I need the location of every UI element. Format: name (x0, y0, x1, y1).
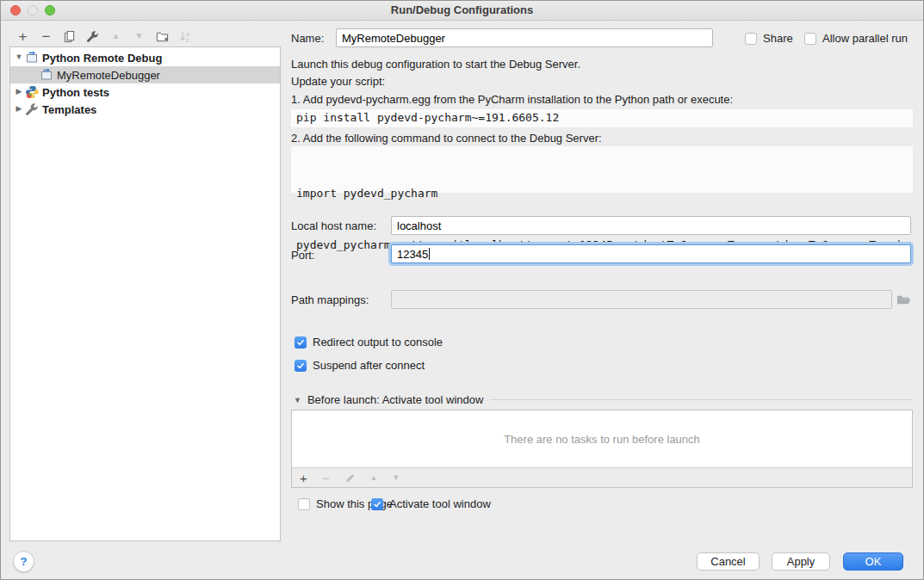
local-host-label: Local host name: (291, 219, 376, 232)
add-configuration-button[interactable]: + (11, 27, 34, 46)
before-launch-title: Before launch: Activate tool window (307, 393, 484, 406)
templates-wrench-icon (25, 102, 39, 116)
allow-parallel-run-label: Allow parallel run (822, 32, 908, 45)
copy-icon (63, 30, 76, 43)
tree-item-python-tests[interactable]: ▶ Python tests (10, 83, 280, 101)
apply-button[interactable]: Apply (772, 552, 830, 571)
tree-item-templates[interactable]: ▶ Templates (10, 101, 280, 118)
help-button[interactable]: ? (13, 551, 34, 572)
tree-item-python-remote-debug[interactable]: ▼ Python Remote Debug (10, 49, 280, 66)
move-up-button[interactable]: ▲ (104, 27, 127, 46)
name-input[interactable] (336, 28, 713, 47)
sort-alphabetically-icon: az (179, 30, 192, 43)
local-host-input[interactable] (391, 216, 911, 235)
remove-configuration-button[interactable]: − (34, 27, 58, 46)
step1-text: 1. Add pydevd-pycharm.egg from the PyCha… (291, 93, 733, 106)
redirect-output-label: Redirect output to console (313, 336, 443, 349)
chevron-down-icon[interactable]: ▼ (14, 53, 24, 61)
activate-tool-window-checkbox[interactable]: Activate tool window (371, 497, 491, 510)
section-divider (490, 399, 913, 400)
tree-item-label: Templates (42, 103, 96, 116)
code-line-1: import pydevd_pycharm (296, 185, 908, 202)
copy-configuration-button[interactable] (58, 27, 81, 46)
name-label: Name: (291, 32, 324, 45)
checkbox-unchecked-icon[interactable] (745, 33, 757, 45)
checkbox-checked-icon[interactable] (295, 360, 307, 372)
remote-debug-icon (40, 68, 53, 82)
pip-command-code: pip install pydevd-pycharm~=191.6605.12 (291, 109, 913, 127)
window-title: Run/Debug Configurations (1, 3, 923, 16)
add-icon: + (19, 29, 28, 44)
svg-text:z: z (186, 36, 189, 42)
redirect-output-checkbox[interactable]: Redirect output to console (295, 336, 443, 349)
tree-item-label: MyRemoteDebugger (57, 69, 160, 82)
remove-icon: − (42, 29, 51, 44)
checkbox-unchecked-icon[interactable] (804, 33, 816, 45)
update-script-text: Update your script: (291, 75, 385, 88)
text-caret (429, 248, 430, 260)
chevron-down-icon[interactable]: ▼ (294, 396, 301, 404)
move-down-button[interactable]: ▼ (127, 27, 151, 46)
tree-item-myremotedebugger[interactable]: MyRemoteDebugger (10, 66, 280, 83)
add-task-button[interactable]: + (300, 472, 307, 484)
new-folder-button[interactable] (151, 27, 174, 46)
tree-item-label: Python Remote Debug (42, 52, 162, 65)
path-mappings-input[interactable] (391, 290, 892, 309)
chevron-right-icon[interactable]: ▶ (14, 88, 24, 96)
path-mappings-browse-button[interactable] (895, 293, 912, 306)
launch-instruction-text: Launch this debug configuration to start… (291, 58, 580, 71)
checkbox-checked-icon[interactable] (295, 336, 307, 349)
remove-task-button[interactable]: − (322, 472, 330, 484)
allow-parallel-run-checkbox[interactable]: Allow parallel run (804, 32, 908, 45)
folder-icon (896, 294, 911, 305)
move-up-icon: ▲ (112, 32, 121, 40)
svg-text:a: a (186, 30, 189, 36)
before-launch-header[interactable]: ▼ Before launch: Activate tool window (294, 393, 913, 406)
before-launch-task-list: There are no tasks to run before launch … (291, 410, 913, 488)
share-checkbox-label: Share (763, 32, 793, 45)
move-down-icon: ▼ (135, 32, 144, 40)
port-label: Port: (291, 249, 314, 262)
empty-tasks-message: There are no tasks to run before launch (292, 410, 912, 467)
ok-button[interactable]: OK (843, 552, 903, 571)
move-task-down-button[interactable]: ▼ (392, 473, 400, 482)
title-bar: Run/Debug Configurations (1, 1, 923, 21)
chevron-right-icon[interactable]: ▶ (14, 105, 24, 113)
cancel-button[interactable]: Cancel (697, 552, 760, 571)
tree-item-label: Python tests (42, 86, 109, 99)
suspend-after-connect-label: Suspend after connect (313, 359, 425, 372)
settrace-code-block: import pydevd_pycharm pydevd_pycharm.set… (291, 146, 913, 193)
edit-task-pencil-icon[interactable] (344, 472, 356, 484)
port-input[interactable] (391, 244, 911, 263)
sort-configurations-button[interactable]: az (174, 27, 197, 46)
move-task-up-button[interactable]: ▲ (370, 473, 378, 482)
checkbox-unchecked-icon[interactable] (298, 498, 310, 510)
run-debug-configurations-dialog: Run/Debug Configurations + − ▲ ▼ az ▼ Py… (0, 0, 924, 580)
suspend-after-connect-checkbox[interactable]: Suspend after connect (295, 359, 425, 372)
configurations-toolbar: + − ▲ ▼ az (11, 27, 197, 46)
activate-tool-window-label: Activate tool window (389, 497, 491, 510)
new-folder-icon (156, 30, 169, 43)
help-icon: ? (21, 555, 28, 568)
python-tests-icon (25, 85, 39, 99)
remote-debug-icon (25, 51, 39, 65)
share-checkbox[interactable]: Share (745, 32, 793, 45)
step2-text: 2. Add the following command to connect … (291, 132, 602, 145)
configurations-tree: ▼ Python Remote Debug MyRemoteDebugger ▶… (9, 46, 281, 541)
edit-defaults-wrench-icon (86, 30, 99, 43)
edit-defaults-button[interactable] (81, 27, 104, 46)
task-toolbar: + − ▲ ▼ (292, 467, 912, 487)
path-mappings-label: Path mappings: (291, 293, 369, 306)
checkbox-checked-icon[interactable] (371, 498, 383, 510)
